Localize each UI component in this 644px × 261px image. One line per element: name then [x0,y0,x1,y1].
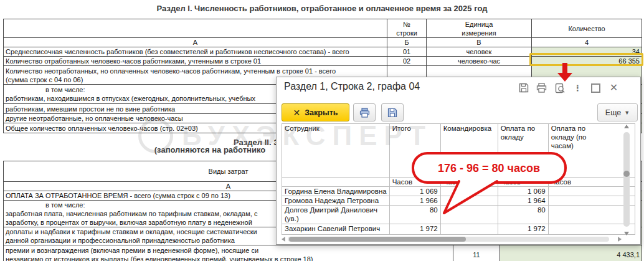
vertical-scrollbar[interactable] [623,125,630,235]
s1-row02-code: 02 [387,57,427,66]
horizontal-scroll-track[interactable] [288,237,609,242]
grid-unit-empty [282,178,390,187]
preview-icon[interactable] [554,83,565,93]
s1-head-unit: Единицаизмерения [427,19,532,38]
grid-unit-trip: Часов [440,178,498,187]
trip-hours[interactable] [440,206,498,224]
s1-head-qty: Количество [532,19,642,38]
s2-row12-value-cell[interactable]: 4 433,1 [500,245,642,261]
s1-head-rownum: №строки [387,19,427,38]
print-button-icon [359,108,370,118]
grid-row: Громова Надежда Петровна 1 966 1 964 [282,196,635,206]
drilldown-window: Раздел 1, Строка 2, графа 04 ⋮ ✕ ✕ Закры… [276,77,641,245]
print-icon[interactable] [536,83,547,93]
vertical-scroll-thumb[interactable] [623,171,630,177]
grid-unit-total: Часов [389,178,440,187]
s1-row02-unit: человеко-час [427,57,532,66]
s1-row01-label: Среднесписочная численность работников (… [4,47,387,57]
section1-title: Раздел I. Численность работников, отрабо… [0,4,644,13]
employee-name[interactable]: Долгов Дмитрий Данилович(ув.) [282,206,390,224]
close-icon[interactable]: ✕ [608,83,619,93]
scroll-right-icon[interactable] [618,237,622,242]
s1-col-v: В [427,38,532,47]
grid-row: Захаркин Савелий Петрович 1 972 1 972 [282,224,635,235]
save-button[interactable] [381,103,404,121]
window-titlebar-icons: ⋮ ✕ [518,82,633,93]
employee-name[interactable]: Гордина Елена Владимировна [282,187,390,196]
total-hours[interactable]: 80 [389,206,440,224]
salary-hours[interactable]: 80 [498,206,548,224]
s1-row02-value-cell[interactable]: 66 355 [532,57,642,66]
grid-row: Гордина Елена Владимировна 1 069 1 069 [282,187,635,196]
horizontal-scroll-thumb[interactable] [289,237,466,242]
grid-col-salary[interactable]: Оплата по окладу [498,124,548,178]
grid-unit-salary: Часов [498,178,548,187]
employee-grid: Сотрудник Итого Командировка Оплата по о… [282,123,635,235]
close-button[interactable]: ✕ Закрыть [282,103,349,121]
vertical-scroll-track[interactable] [623,132,630,227]
print-button[interactable] [353,103,376,121]
employee-name[interactable]: Громова Надежда Петровна [282,196,390,206]
s1-row01-unit: человек [427,47,532,57]
scroll-up-icon[interactable] [624,125,629,128]
window-title: Раздел 1, Строка 2, графа 04 [284,81,420,92]
salary-hours[interactable]: 1 972 [498,224,548,235]
grid-col-total[interactable]: Итого [389,124,440,178]
grid-col-business-trip[interactable]: Командировка [440,124,498,178]
scroll-down-icon[interactable] [624,232,629,235]
salary-hours[interactable]: 1 964 [498,196,548,206]
report-page: Раздел I. Численность работников, отрабо… [0,0,644,261]
total-hours[interactable]: 1 069 [389,187,440,196]
grid-row: Долгов Дмитрий Данилович(ув.) 80 80 [282,206,635,224]
s2-row12-code: 11 [453,245,500,261]
more-button[interactable]: Еще ▼ [597,103,638,121]
maximize-icon[interactable] [590,83,601,93]
s1-row01-code: 01 [387,47,427,57]
grid-col-salary-hourly[interactable]: Оплата по окладу (по часам) [548,124,635,178]
grid-unit-hourly: Часов [548,178,635,187]
save-icon[interactable] [518,83,529,93]
save-button-icon [387,108,397,118]
s1-row01-value-cell[interactable]: 34 [532,47,642,57]
total-hours[interactable]: 1 966 [389,196,440,206]
s1-col-b: Б [387,38,427,47]
s1-col-4: 4 [532,38,642,47]
scroll-left-icon[interactable] [282,237,285,242]
salary-hours[interactable]: 1 069 [498,187,548,196]
trip-hours[interactable] [440,224,498,235]
trip-hours[interactable] [440,196,498,206]
chevron-down-icon: ▼ [624,110,630,116]
trip-hours[interactable] [440,187,498,196]
hourly-hours[interactable] [548,206,635,224]
more-button-label: Еще [605,108,621,117]
s1-head-empty [4,19,387,38]
employee-name[interactable]: Захаркин Савелий Петрович [282,224,390,235]
hourly-hours[interactable] [548,187,635,196]
horizontal-scrollbar[interactable] [282,235,622,243]
close-x-icon: ✕ [293,108,301,118]
close-button-label: Закрыть [305,108,338,117]
total-hours[interactable]: 1 972 [389,224,440,235]
hourly-hours[interactable] [548,196,635,206]
hourly-hours[interactable] [548,224,635,235]
more-menu-icon[interactable]: ⋮ [572,83,583,93]
grid-col-employee[interactable]: Сотрудник [282,124,390,178]
s2-row12-label: премии и вознаграждения (включая премии … [4,245,453,261]
s1-row02-label: Количество отработанных человеко-часов р… [4,57,387,66]
s1-col-a: А [4,38,387,47]
